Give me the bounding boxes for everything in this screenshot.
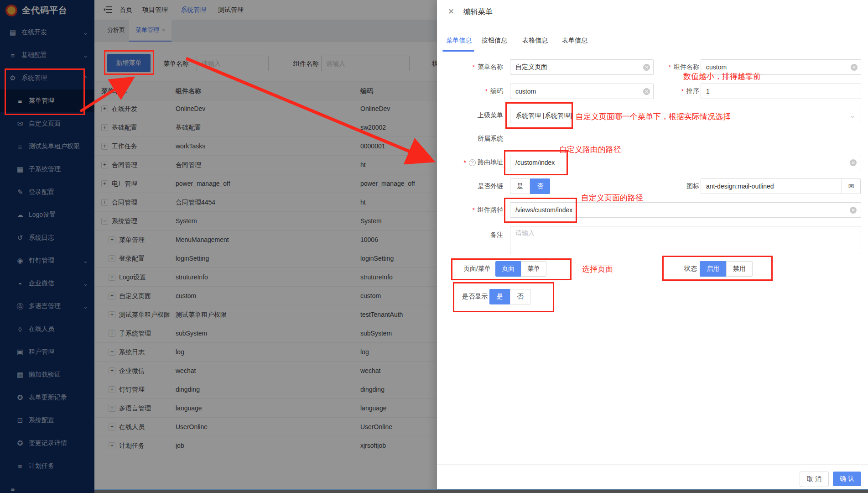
status-disable-button[interactable]: 禁用 <box>726 261 753 277</box>
tab-table-info[interactable]: 表格信息 <box>522 37 548 45</box>
sort-input[interactable] <box>701 84 861 99</box>
code-label: *编码 <box>437 84 503 99</box>
status-label: 状态 <box>631 261 697 277</box>
tab-form-info[interactable]: 表单信息 <box>562 37 587 45</box>
parent-menu-label: 上级菜单 <box>437 108 503 123</box>
tab-ink-bar <box>442 50 474 52</box>
page-menu-label: 页面/菜单 <box>437 261 491 277</box>
tab-menu-info[interactable]: 菜单信息 <box>446 37 472 45</box>
component-name-input[interactable] <box>701 59 861 75</box>
question-circle-icon: ? <box>469 159 476 166</box>
page-option-button[interactable]: 页面 <box>495 261 521 277</box>
external-yes-button[interactable]: 是 <box>510 178 530 194</box>
component-path-label: *组件路径 <box>437 202 503 218</box>
visible-label: 是否显示 <box>437 289 488 304</box>
external-no-button[interactable]: 否 <box>530 178 550 194</box>
cancel-button[interactable]: 取 消 <box>800 472 829 487</box>
belong-system-label: 所属系统 <box>437 131 503 147</box>
menu-name-input[interactable] <box>510 59 654 75</box>
route-input[interactable] <box>510 155 861 170</box>
chevron-down-icon[interactable]: ⌄ <box>850 111 856 120</box>
icon-field-label: 图标 <box>633 178 699 194</box>
edit-menu-drawer: ✕ 编辑菜单 菜单信息 按钮信息 表格信息 表单信息 *菜单名称 ✕ *组件名称… <box>437 0 868 493</box>
close-icon[interactable]: ✕ <box>448 7 454 16</box>
component-name-label: *组件名称 <box>633 59 699 75</box>
bottom-strip <box>94 489 868 493</box>
visible-yes-button[interactable]: 是 <box>489 289 510 304</box>
clear-icon[interactable]: ✕ <box>850 159 857 166</box>
drawer-title: 编辑菜单 <box>463 7 493 17</box>
drawer-header: ✕ 编辑菜单 <box>437 0 868 24</box>
clear-icon[interactable]: ✕ <box>850 207 857 214</box>
route-label: * ? 路由地址 <box>437 155 503 170</box>
external-link-label: 是否外链 <box>437 178 503 194</box>
mail-icon: ✉ <box>848 182 854 190</box>
menu-option-button[interactable]: 菜单 <box>521 261 546 277</box>
component-path-input[interactable] <box>510 202 861 218</box>
parent-menu-select[interactable]: 系统管理 [系统管理] <box>510 108 861 123</box>
sort-label: *排序 <box>633 84 699 99</box>
clear-icon[interactable]: ✕ <box>851 64 858 71</box>
mail-icon-button[interactable]: ✉ <box>842 178 861 194</box>
status-enable-button[interactable]: 启用 <box>700 261 726 277</box>
drawer-mask[interactable] <box>0 0 437 493</box>
confirm-button[interactable]: 确 认 <box>833 472 861 486</box>
remark-label: 备注 <box>437 227 503 243</box>
tab-button-info[interactable]: 按钮信息 <box>482 37 507 45</box>
visible-no-button[interactable]: 否 <box>510 289 530 304</box>
icon-input[interactable] <box>701 178 842 194</box>
menu-name-label: *菜单名称 <box>437 59 503 75</box>
code-input[interactable] <box>510 84 654 99</box>
remark-textarea[interactable] <box>510 226 861 254</box>
